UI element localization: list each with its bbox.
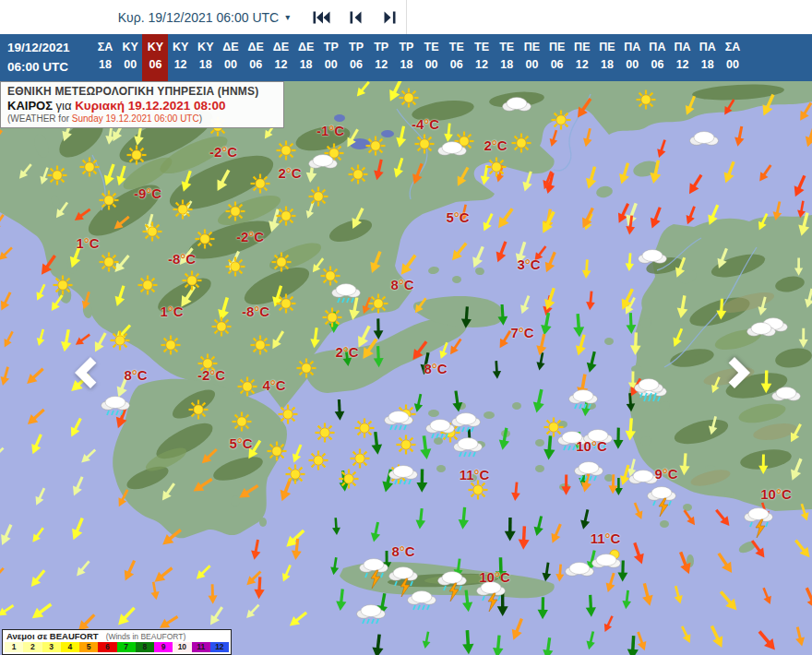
timeline-day-label: ΣΑ	[720, 41, 746, 54]
sun-icon	[138, 276, 158, 295]
timeline-cell[interactable]: ΤΕ12	[469, 34, 495, 81]
timeline-cell[interactable]: ΚΥ00	[117, 34, 143, 81]
timeline-cell[interactable]: ΚΥ12	[168, 34, 194, 81]
temperature-label: 3°C	[517, 256, 540, 272]
timeline-day-label: ΠΕ	[519, 41, 544, 54]
island	[535, 465, 544, 472]
timeline-cell[interactable]: ΤΕ18	[494, 34, 519, 81]
timeline-cell[interactable]: ΠΕ00	[519, 34, 544, 81]
timeline-cell[interactable]: ΣΑ18	[92, 34, 118, 81]
timeline-current-datetime: 19/12/2021 06:00 UTC	[7, 39, 70, 77]
sun-icon	[512, 134, 531, 153]
timeline-hour-label: 18	[92, 58, 118, 71]
island	[640, 436, 651, 446]
temperature-label: -8°C	[242, 304, 269, 319]
timeline-hour-label: 00	[619, 58, 645, 71]
datetime-dropdown-button[interactable]: Κυρ. 19/12/2021 06:00 UTC ▾	[103, 0, 304, 34]
sun-icon	[173, 200, 193, 220]
legend-scale-cell: 2	[23, 642, 42, 652]
chevron-down-icon: ▾	[79, 14, 84, 23]
timeline-cell[interactable]: ΤΡ00	[318, 34, 344, 81]
timeline-hour-label: 12	[168, 58, 194, 71]
timeline-cell[interactable]: ΠΑ00	[619, 34, 645, 81]
timeline-current-date: 19/12/2021	[7, 39, 70, 58]
region-dropdown-button[interactable]: ΠΕΡΙΟΧΗ ▾	[6, 5, 97, 31]
legend-scale-cell: 7	[117, 642, 136, 652]
timeline-hour-label: 18	[594, 58, 620, 71]
legend-title-greek: Ανεμοι σε BEAUFORT	[6, 631, 99, 641]
legend-scale-cell: 4	[61, 642, 79, 652]
timeline-cell[interactable]: ΤΕ06	[444, 34, 470, 81]
legend-title-english: (Winds in BEAUFORT)	[106, 632, 186, 641]
temperature-label: -4°C	[412, 116, 439, 132]
legend-scale-cell: 10	[173, 642, 191, 652]
sun-icon	[297, 359, 316, 378]
sun-icon	[469, 481, 488, 500]
timeline-cell[interactable]: ΔΕ18	[293, 34, 319, 81]
timeline-hour-label: 12	[670, 58, 696, 71]
timeline-day-label: ΤΡ	[393, 41, 419, 54]
legend-scale-cell: 8	[136, 642, 154, 652]
temperature-label: 4°C	[262, 377, 285, 393]
beaufort-scale: 123456789101112	[5, 642, 229, 652]
island	[452, 276, 461, 283]
temperature-label: -2°C	[209, 144, 237, 160]
next-step-button[interactable]	[373, 0, 407, 34]
temperature-label: -8°C	[168, 251, 196, 267]
temperature-label: 10°C	[479, 569, 510, 585]
sun-icon	[351, 449, 370, 469]
forecast-title: ΚΑΙΡΟΣ για Κυριακή 19.12.2021 08:00	[7, 99, 277, 113]
temperature-label: 1°C	[160, 304, 183, 319]
timeline-cell[interactable]: ΚΥ18	[193, 34, 219, 81]
timeline-cell[interactable]: ΠΑ12	[670, 34, 696, 81]
previous-step-button[interactable]	[339, 0, 373, 34]
timeline-cell[interactable]: ΣΑ00	[720, 34, 746, 81]
timeline-cell[interactable]: ΤΡ06	[343, 34, 369, 81]
timeline-hour-label: 18	[293, 58, 319, 71]
island	[535, 439, 544, 447]
timeline-day-label: ΤΕ	[494, 41, 519, 54]
timeline-hour-label: 06	[142, 58, 168, 71]
timeline-cell[interactable]: ΔΕ06	[243, 34, 269, 81]
timeline-hour-label: 00	[519, 58, 544, 71]
temperature-label: 2°C	[335, 344, 358, 360]
timeline-day-label: ΤΕ	[469, 41, 495, 54]
sun-icon	[309, 187, 328, 207]
timeline-hour-label: 00	[720, 58, 746, 71]
timeline-hour-label: 00	[218, 58, 244, 71]
sun-icon	[238, 377, 257, 397]
temperature-label: -2°C	[197, 367, 225, 383]
timeline-cell[interactable]: ΠΕ12	[569, 34, 595, 81]
sun-icon	[355, 419, 375, 438]
timeline-hour-label: 18	[695, 58, 721, 71]
timeline-cell[interactable]: ΚΥ06	[142, 34, 168, 81]
sun-icon	[54, 276, 73, 295]
sun-icon	[80, 158, 100, 177]
weather-map-canvas	[0, 81, 812, 655]
timeline-cell[interactable]: ΔΕ00	[218, 34, 244, 81]
timeline-day-label: ΚΥ	[168, 41, 194, 54]
skip-to-first-button[interactable]	[304, 0, 339, 34]
timeline-day-label: ΤΕ	[419, 41, 445, 54]
timeline-cell[interactable]: ΠΑ18	[695, 34, 721, 81]
timeline-cell[interactable]: ΔΕ12	[268, 34, 293, 81]
timeline-cell[interactable]: ΤΕ00	[419, 34, 445, 81]
timeline-hour-label: 06	[644, 58, 670, 71]
timeline-cell[interactable]: ΤΡ18	[393, 34, 419, 81]
timeline-cell[interactable]: ΠΕ18	[594, 34, 620, 81]
sun-icon	[544, 418, 564, 437]
legend-scale-cell: 6	[98, 642, 116, 652]
island	[724, 490, 734, 497]
sun-icon	[400, 89, 419, 108]
weather-map: ΕΘΝΙΚΗ ΜΕΤΕΩΡΟΛΟΓΙΚΗ ΥΠΗΡΕΣΙΑ (HNMS) ΚΑΙ…	[0, 81, 812, 655]
sun-icon	[369, 294, 388, 314]
timeline-cell[interactable]: ΤΡ12	[368, 34, 394, 81]
sun-icon	[637, 90, 656, 110]
timeline-cell[interactable]: ΠΑ06	[644, 34, 670, 81]
info-box: ΕΘΝΙΚΗ ΜΕΤΕΩΡΟΛΟΓΙΚΗ ΥΠΗΡΕΣΙΑ (HNMS) ΚΑΙ…	[0, 81, 284, 128]
timeline-cell[interactable]: ΠΕ06	[544, 34, 570, 81]
sun-icon	[277, 141, 296, 161]
temperature-label: 8°C	[391, 543, 414, 559]
timeline-hour-label: 18	[494, 58, 519, 71]
sun-icon	[226, 202, 245, 221]
